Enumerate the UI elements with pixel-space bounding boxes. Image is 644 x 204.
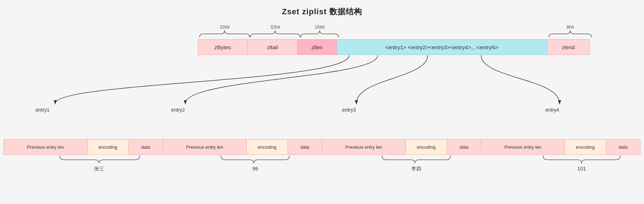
svg-text:李四: 李四 — [411, 166, 421, 172]
cell-zltail: zltail — [248, 39, 298, 55]
cell-entries: <entry1> <entry2><entry3><entry4>…<entry… — [337, 39, 547, 55]
svg-text:8bit: 8bit — [567, 24, 574, 30]
entry2-encoding: encoding — [247, 139, 288, 155]
entry4-encoding: encoding — [565, 139, 606, 155]
entry1-encoding: encoding — [88, 139, 129, 155]
entry2-label: entry2 — [171, 107, 185, 113]
entry3-prev: Previous entry len — [322, 139, 406, 155]
entry2-prev: Previous entry len — [163, 139, 247, 155]
arrows-svg: 32bit 32bit 16bit 8bit 张三 99 李四 101 — [0, 0, 644, 204]
entry1-prev: Previous entry len — [4, 139, 88, 155]
bottom-row: Previous entry len encoding data Previou… — [4, 139, 640, 155]
entry4-label: entry4 — [545, 107, 559, 113]
diagram-container: Zset ziplist 数据结构 32bit 32bit 16bit 8bit… — [0, 0, 644, 204]
page-title: Zset ziplist 数据结构 — [0, 0, 644, 17]
header-row: zlbytes zltail zllen <entry1> <entry2><e… — [198, 39, 590, 55]
entry3-label: entry3 — [342, 107, 356, 113]
svg-text:99: 99 — [252, 166, 258, 172]
svg-text:张三: 张三 — [94, 166, 104, 172]
entry1-label: entry1 — [36, 107, 50, 113]
entry4-data: data — [606, 139, 640, 155]
svg-text:101: 101 — [577, 166, 586, 172]
cell-zlbytes: zlbytes — [198, 39, 248, 55]
cell-zllen: zllen — [298, 39, 337, 55]
svg-text:16bit: 16bit — [315, 24, 325, 30]
entry4-prev: Previous entry len — [481, 139, 565, 155]
entry3-data: data — [447, 139, 481, 155]
entry1-data: data — [129, 139, 163, 155]
cell-zlend: zlend — [547, 39, 590, 55]
entry2-data: data — [288, 139, 322, 155]
svg-text:32bit: 32bit — [220, 24, 230, 30]
entry3-encoding: encoding — [406, 139, 447, 155]
svg-text:32bit: 32bit — [270, 24, 280, 30]
